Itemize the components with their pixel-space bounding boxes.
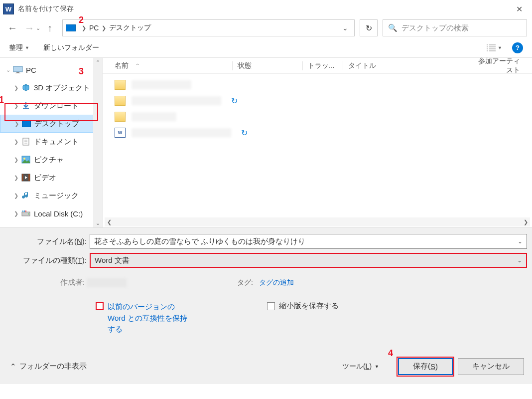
pc-icon bbox=[13, 65, 23, 74]
sync-icon: ↻ bbox=[231, 96, 238, 106]
search-placeholder: デスクトップの検索 bbox=[401, 23, 469, 33]
horizontal-scrollbar[interactable]: ❮ ❯ bbox=[105, 217, 530, 226]
history-dropdown[interactable]: ⌄ bbox=[36, 25, 40, 31]
expand-icon[interactable]: ❯ bbox=[12, 121, 20, 127]
tree-documents[interactable]: ❯ ドキュメント bbox=[0, 133, 102, 151]
folder-icon bbox=[115, 112, 126, 122]
folder-icon bbox=[115, 80, 126, 90]
3d-icon bbox=[21, 83, 31, 92]
dropdown-icon[interactable]: ⌄ bbox=[518, 238, 523, 245]
file-row[interactable] bbox=[103, 109, 532, 125]
file-row[interactable]: ↻ bbox=[103, 93, 532, 109]
tree-scrollbar[interactable]: ⌃ ⌄ bbox=[93, 58, 102, 227]
svg-rect-28 bbox=[25, 210, 26, 212]
pictures-icon bbox=[21, 155, 31, 164]
col-artist[interactable]: 参加アーティスト bbox=[473, 57, 532, 75]
filename-input[interactable]: 花さそふあらしの庭の雪ならで ふりゆくものは我が身なりけり ⌄ bbox=[90, 234, 527, 249]
save-button[interactable]: 保存(S) bbox=[398, 358, 453, 375]
file-name-blurred bbox=[132, 96, 221, 105]
author-value bbox=[87, 278, 226, 287]
expand-icon[interactable]: ❯ bbox=[12, 103, 20, 109]
tree-3d-objects[interactable]: ❯ 3D オブジェクト bbox=[0, 79, 102, 97]
scroll-right[interactable]: ❯ bbox=[521, 219, 530, 225]
organize-menu[interactable]: 整理▼ bbox=[9, 43, 29, 52]
filetype-row: ファイルの種類(T): Word 文書 ⌄ bbox=[5, 253, 527, 268]
expand-icon[interactable]: ❯ bbox=[12, 157, 20, 163]
breadcrumb-pc[interactable]: PC bbox=[89, 24, 99, 32]
word-file-icon: W bbox=[115, 128, 126, 138]
up-button[interactable]: ↑ bbox=[42, 20, 57, 35]
tree-music[interactable]: ❯ ミュージック bbox=[0, 187, 102, 204]
file-row[interactable] bbox=[103, 77, 532, 93]
svg-rect-26 bbox=[22, 210, 23, 212]
dropdown-icon[interactable]: ⌄ bbox=[517, 257, 522, 264]
breadcrumb-separator: ❯ bbox=[82, 25, 86, 31]
refresh-button[interactable]: ↻ bbox=[360, 19, 378, 36]
download-icon bbox=[21, 101, 31, 110]
tree-pc[interactable]: ⌄ PC bbox=[0, 61, 102, 79]
tree-local-disk[interactable]: ❯ Local Disk (C:) bbox=[0, 204, 102, 222]
compat-checkbox-group[interactable]: 以前のバージョンの Word との互換性を保持する bbox=[96, 301, 192, 335]
address-bar[interactable]: ❯ PC ❯ デスクトップ ⌄ bbox=[62, 19, 355, 36]
hide-folders-toggle[interactable]: ⌃ フォルダーの非表示 bbox=[10, 362, 87, 371]
body-area: 1 ⌄ PC ❯ 3D オブジェクト ❯ ダウンロード ❯ デスクトップ ❯ ド… bbox=[0, 58, 532, 227]
tree-videos[interactable]: ❯ ビデオ bbox=[0, 169, 102, 187]
expand-icon[interactable]: ⌄ bbox=[4, 67, 12, 73]
file-row[interactable]: W ↻ bbox=[103, 125, 532, 141]
close-button[interactable]: ✕ bbox=[509, 1, 529, 16]
svg-rect-23 bbox=[28, 174, 30, 181]
svg-rect-8 bbox=[13, 66, 22, 72]
col-name[interactable]: 名前⌃ bbox=[103, 61, 232, 70]
filetype-label: ファイルの種類(T): bbox=[5, 256, 90, 265]
tree-desktop[interactable]: ❯ デスクトップ bbox=[0, 115, 102, 133]
forward-button[interactable]: → bbox=[22, 20, 37, 35]
word-app-icon: W bbox=[3, 3, 14, 14]
compat-checkbox[interactable] bbox=[96, 302, 104, 310]
address-dropdown[interactable]: ⌄ bbox=[342, 24, 348, 32]
file-name-blurred bbox=[132, 80, 191, 89]
chevron-up-icon: ⌃ bbox=[10, 362, 16, 371]
file-name-blurred bbox=[132, 112, 176, 121]
svg-rect-10 bbox=[15, 73, 20, 73]
expand-icon[interactable]: ❯ bbox=[12, 175, 20, 181]
expand-icon[interactable]: ❯ bbox=[12, 85, 20, 91]
checkbox-row: 以前のバージョンの Word との互換性を保持する 縮小版を保存する bbox=[5, 301, 527, 335]
tree-downloads[interactable]: ❯ ダウンロード bbox=[0, 97, 102, 115]
tools-menu[interactable]: 4 ツール(L) ▼ bbox=[342, 362, 379, 371]
titlebar: W 名前を付けて保存 ✕ bbox=[0, 0, 532, 18]
annotation-4: 4 bbox=[388, 348, 393, 359]
svg-rect-22 bbox=[22, 174, 23, 181]
back-button[interactable]: ← bbox=[5, 20, 20, 35]
tree-pictures[interactable]: ❯ ピクチャ bbox=[0, 151, 102, 169]
scroll-up[interactable]: ⌃ bbox=[96, 58, 100, 67]
scroll-left[interactable]: ❮ bbox=[105, 219, 114, 225]
expand-icon[interactable]: ❯ bbox=[12, 139, 20, 145]
desktop-icon bbox=[21, 119, 31, 128]
filetype-select[interactable]: Word 文書 ⌄ bbox=[90, 253, 527, 268]
scroll-down[interactable]: ⌄ bbox=[96, 218, 100, 227]
expand-icon[interactable]: ❯ bbox=[12, 193, 20, 199]
view-options[interactable]: ▼ bbox=[486, 43, 502, 52]
col-track[interactable]: トラッ... bbox=[308, 61, 343, 70]
expand-icon[interactable]: ❯ bbox=[12, 210, 20, 217]
column-headers: 名前⌃ 状態 トラッ... タイトル 参加アーティスト bbox=[103, 58, 532, 74]
file-name-blurred bbox=[132, 128, 231, 137]
footer-row: ⌃ フォルダーの非表示 4 ツール(L) ▼ 保存(S) キャンセル bbox=[5, 358, 527, 375]
svg-point-19 bbox=[23, 158, 25, 160]
nav-row: ← → ⌄ ↑ ❯ PC ❯ デスクトップ ⌄ ↻ 🔍 デスクトップの検索 bbox=[0, 18, 532, 38]
add-tag-link[interactable]: タグの追加 bbox=[259, 278, 294, 287]
search-input[interactable]: 🔍 デスクトップの検索 bbox=[383, 19, 527, 36]
folder-icon bbox=[115, 96, 126, 106]
compat-label: 以前のバージョンの Word との互換性を保持する bbox=[108, 301, 192, 335]
breadcrumb-desktop[interactable]: デスクトップ bbox=[109, 23, 151, 32]
cancel-button[interactable]: キャンセル bbox=[458, 358, 524, 375]
new-folder-button[interactable]: 新しいフォルダー bbox=[43, 43, 99, 52]
svg-rect-29 bbox=[28, 213, 29, 214]
col-title[interactable]: タイトル bbox=[348, 61, 468, 70]
thumbnail-checkbox-group[interactable]: 縮小版を保存する bbox=[267, 301, 339, 335]
help-button[interactable]: ? bbox=[512, 42, 523, 53]
window-title: 名前を付けて保存 bbox=[18, 4, 509, 13]
file-pane: 名前⌃ 状態 トラッ... タイトル 参加アーティスト ↻ bbox=[103, 58, 532, 227]
thumbnail-checkbox[interactable] bbox=[267, 302, 275, 310]
col-state[interactable]: 状態 bbox=[238, 61, 302, 70]
